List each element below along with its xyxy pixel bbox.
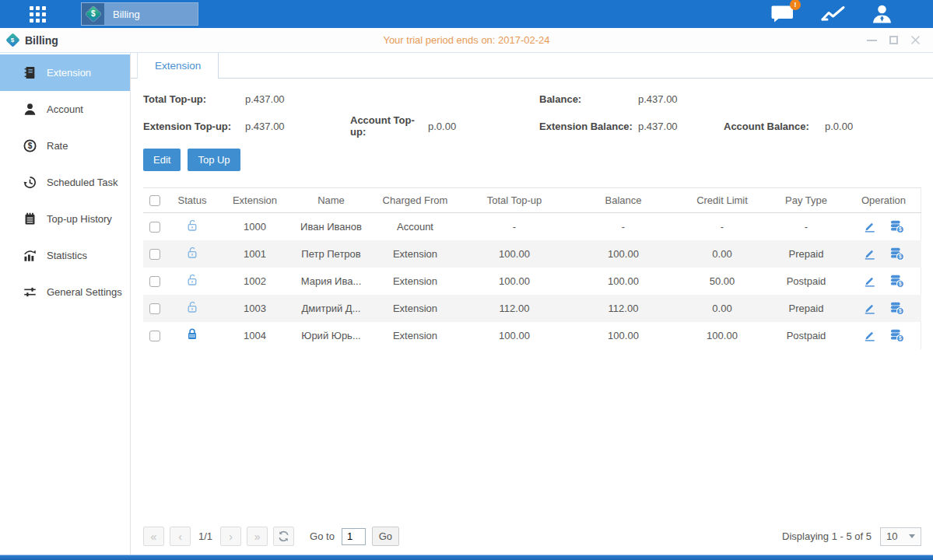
col-balance: Balance [569, 188, 678, 213]
last-page-button[interactable]: » [247, 527, 268, 546]
sidebar-item-label: General Settings [47, 286, 122, 298]
cell-balance: 100.00 [569, 268, 678, 295]
row-checkbox[interactable] [149, 249, 160, 260]
notifications-button[interactable]: ! [770, 5, 794, 24]
row-checkbox[interactable] [149, 222, 160, 233]
extension-topup-label: Extension Top-up: [143, 121, 245, 132]
unlocked-icon [186, 219, 198, 232]
cell-credit-limit: 100.00 [678, 322, 766, 349]
sidebar-item-rate[interactable]: $ Rate [0, 128, 130, 164]
balance-value: p.437.00 [638, 93, 724, 105]
cell-charged-from: Extension [370, 240, 460, 268]
cell-credit-limit: 0.00 [678, 295, 766, 322]
top-up-row-icon[interactable]: $ [889, 247, 904, 261]
close-button[interactable] [910, 35, 921, 45]
sidebar-item-account[interactable]: Account [0, 91, 130, 128]
cell-extension: 1001 [218, 240, 292, 268]
sidebar-item-topup-history[interactable]: Top-up History [0, 201, 130, 237]
col-name: Name [292, 188, 370, 213]
edit-row-icon[interactable] [863, 329, 876, 342]
edit-row-icon[interactable] [863, 247, 876, 261]
col-credit-limit: Credit Limit [678, 188, 766, 213]
goto-page-input[interactable] [342, 528, 366, 545]
sidebar-item-label: Statistics [47, 250, 87, 261]
taskbar-tab-billing[interactable]: $ Billing [81, 2, 198, 26]
cell-total-topup: 100.00 [460, 322, 569, 349]
top-up-row-icon[interactable]: $ [889, 275, 904, 288]
apps-grid-icon[interactable] [30, 6, 46, 23]
col-charged-from: Charged From [370, 188, 460, 213]
minimize-button[interactable] [867, 40, 877, 41]
row-checkbox[interactable] [149, 303, 160, 314]
svg-text:$: $ [28, 142, 33, 150]
window-title: Billing [25, 34, 58, 47]
edit-row-icon[interactable] [863, 275, 876, 288]
account-balance-value: p.0.00 [825, 121, 921, 132]
cell-pay-type: - [766, 213, 846, 240]
cell-extension: 1000 [218, 213, 292, 240]
maximize-button[interactable] [889, 36, 898, 44]
unlocked-icon [186, 300, 198, 313]
billing-sidebar: Extension Account $ Rate [0, 53, 131, 555]
tab-extension[interactable]: Extension [137, 53, 219, 79]
col-extension: Extension [218, 188, 292, 213]
sidebar-item-label: Extension [47, 67, 91, 79]
sidebar-item-scheduled-task[interactable]: Scheduled Task [0, 164, 130, 201]
first-page-button[interactable]: « [143, 527, 164, 546]
sidebar-item-label: Rate [47, 140, 68, 152]
extension-book-icon [23, 66, 37, 79]
col-status: Status [167, 188, 218, 213]
trial-notice: Your trial period ends on: 2017-02-24 [0, 34, 933, 46]
edit-button[interactable]: Edit [143, 149, 181, 171]
cell-extension: 1002 [218, 268, 292, 295]
top-up-row-icon[interactable]: $ [889, 220, 904, 233]
cell-total-topup: 100.00 [460, 240, 569, 268]
cell-credit-limit: 50.00 [678, 268, 766, 295]
cell-extension: 1003 [218, 295, 292, 322]
top-up-row-icon[interactable]: $ [889, 302, 904, 315]
edit-row-icon[interactable] [863, 302, 876, 315]
svg-text:$: $ [899, 308, 902, 314]
sidebar-item-statistics[interactable]: Statistics [0, 237, 130, 274]
goto-label: Go to [310, 530, 335, 542]
prev-page-button[interactable]: ‹ [170, 527, 191, 546]
cell-extension: 1004 [218, 322, 292, 349]
table-header-row: Status Extension Name Charged From Total… [143, 188, 921, 213]
rate-dollar-coin-icon: $ [23, 139, 37, 152]
taskbar-strip [0, 555, 933, 560]
select-all-checkbox[interactable] [149, 195, 160, 206]
extensions-table: Status Extension Name Charged From Total… [143, 187, 921, 349]
cell-charged-from: Account [370, 213, 460, 240]
window-titlebar: $ Billing Your trial period ends on: 201… [0, 28, 933, 53]
page-size-value: 10 [886, 530, 897, 542]
chevron-down-icon [909, 534, 915, 538]
dollar-glyph: $ [11, 37, 14, 43]
next-page-button[interactable]: › [220, 527, 241, 546]
cell-total-topup: 112.00 [460, 295, 569, 322]
extension-topup-value: p.437.00 [245, 121, 350, 132]
row-checkbox[interactable] [149, 331, 160, 341]
col-pay-type: Pay Type [766, 188, 846, 213]
cell-balance: 100.00 [569, 322, 678, 349]
close-icon [910, 35, 921, 45]
extension-balance-value: p.437.00 [638, 121, 724, 132]
cell-name: Дмитрий Д... [292, 295, 370, 322]
user-account-button[interactable] [872, 4, 893, 24]
cell-balance: 100.00 [569, 240, 678, 268]
sidebar-item-general-settings[interactable]: General Settings [0, 274, 130, 310]
top-up-row-icon[interactable]: $ [889, 329, 904, 342]
user-icon [872, 4, 893, 24]
go-button[interactable]: Go [372, 527, 399, 546]
top-up-button[interactable]: Top Up [188, 149, 240, 171]
cell-credit-limit: - [678, 213, 766, 240]
refresh-button[interactable] [273, 527, 294, 546]
resource-monitor-button[interactable] [820, 5, 846, 23]
sidebar-item-extension[interactable]: Extension [0, 54, 130, 91]
table-row: 1000 Иван Иванов Account - - - - $ [143, 213, 921, 240]
row-checkbox[interactable] [149, 276, 160, 287]
cell-charged-from: Extension [370, 295, 460, 322]
table-row: 1001 Петр Петров Extension 100.00 100.00… [143, 240, 921, 268]
edit-row-icon[interactable] [863, 220, 876, 233]
page-size-select[interactable]: 10 [880, 527, 921, 546]
desktop-topbar: $ Billing ! [0, 0, 933, 28]
